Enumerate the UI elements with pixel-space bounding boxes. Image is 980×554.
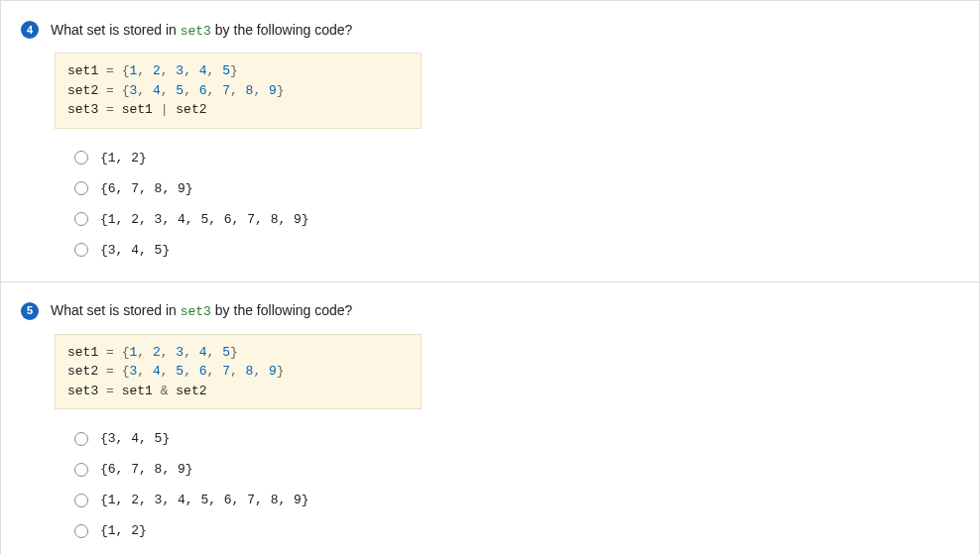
- code-token: set1: [67, 345, 98, 360]
- radio-icon[interactable]: [74, 494, 88, 507]
- answer-option[interactable]: {1, 2}: [74, 523, 959, 538]
- code-token: set2: [67, 364, 98, 379]
- code-token: ,: [137, 83, 153, 98]
- question-prompt: What set is stored in set3 by the follow…: [51, 302, 352, 319]
- question-block: 5 What set is stored in set3 by the foll…: [1, 281, 979, 555]
- code-token: }: [277, 83, 285, 98]
- code-token: 2: [153, 63, 161, 78]
- code-token: set1: [122, 102, 153, 117]
- code-token: }: [230, 345, 238, 360]
- code-token: =: [106, 364, 114, 379]
- question-prompt: What set is stored in set3 by the follow…: [51, 22, 352, 39]
- code-token: =: [106, 345, 114, 360]
- radio-icon[interactable]: [74, 181, 88, 195]
- code-token: set3: [67, 384, 98, 398]
- code-token: ,: [207, 63, 223, 78]
- option-label: {1, 2, 3, 4, 5, 6, 7, 8, 9}: [100, 212, 309, 227]
- answer-option[interactable]: {6, 7, 8, 9}: [74, 462, 959, 477]
- code-token: set3: [67, 102, 98, 117]
- radio-icon[interactable]: [74, 243, 88, 257]
- code-token: set2: [67, 83, 98, 98]
- code-token: 5: [176, 83, 184, 98]
- code-token: ,: [137, 345, 153, 360]
- code-token: ,: [230, 364, 246, 379]
- code-token: 4: [199, 345, 207, 360]
- answer-option[interactable]: {6, 7, 8, 9}: [74, 181, 959, 196]
- options-list: {1, 2} {6, 7, 8, 9} {1, 2, 3, 4, 5, 6, 7…: [74, 151, 959, 258]
- code-token: 7: [222, 83, 230, 98]
- answer-option[interactable]: {1, 2}: [74, 151, 959, 166]
- code-token: 7: [222, 364, 230, 379]
- radio-icon[interactable]: [74, 151, 88, 165]
- code-token: 6: [199, 364, 207, 379]
- option-label: {6, 7, 8, 9}: [100, 181, 193, 196]
- code-snippet: set1 = {1, 2, 3, 4, 5} set2 = {3, 4, 5, …: [55, 334, 422, 410]
- options-list: {3, 4, 5} {6, 7, 8, 9} {1, 2, 3, 4, 5, 6…: [74, 431, 959, 538]
- code-token: 5: [222, 63, 230, 78]
- radio-icon[interactable]: [74, 463, 88, 477]
- option-label: {1, 2, 3, 4, 5, 6, 7, 8, 9}: [100, 493, 309, 507]
- answer-option[interactable]: {3, 4, 5}: [74, 431, 959, 446]
- question-header: 5 What set is stored in set3 by the foll…: [21, 302, 959, 320]
- code-token: ,: [253, 364, 269, 379]
- question-number-badge: 5: [21, 302, 39, 320]
- radio-icon[interactable]: [74, 524, 88, 538]
- code-token: ,: [184, 83, 199, 98]
- code-token: 5: [176, 364, 184, 379]
- option-label: {3, 4, 5}: [100, 431, 170, 446]
- question-number-badge: 4: [21, 21, 39, 39]
- code-token: ,: [137, 364, 153, 379]
- code-token: |: [161, 102, 169, 117]
- code-token: =: [106, 83, 114, 98]
- quiz-container: 4 What set is stored in set3 by the foll…: [0, 0, 980, 554]
- code-token: set2: [176, 384, 206, 398]
- option-label: {1, 2}: [100, 523, 147, 538]
- code-token: ,: [137, 63, 153, 78]
- answer-option[interactable]: {1, 2, 3, 4, 5, 6, 7, 8, 9}: [74, 212, 959, 227]
- option-label: {1, 2}: [100, 151, 147, 166]
- code-token: 3: [176, 63, 184, 78]
- answer-option[interactable]: {3, 4, 5}: [74, 243, 959, 258]
- code-token: ,: [207, 364, 223, 379]
- question-header: 4 What set is stored in set3 by the foll…: [21, 21, 959, 39]
- prompt-text: by the following code?: [211, 22, 352, 38]
- prompt-text: What set is stored in: [51, 22, 181, 38]
- radio-icon[interactable]: [74, 432, 88, 446]
- radio-icon[interactable]: [74, 212, 88, 226]
- code-token: 4: [153, 364, 161, 379]
- code-token: 9: [269, 83, 277, 98]
- question-block: 4 What set is stored in set3 by the foll…: [1, 0, 979, 281]
- option-label: {6, 7, 8, 9}: [100, 462, 193, 477]
- code-token: ,: [184, 345, 199, 360]
- code-token: set1: [67, 63, 98, 78]
- code-token: ,: [230, 83, 246, 98]
- code-token: 4: [153, 83, 161, 98]
- code-token: ,: [184, 63, 199, 78]
- code-token: &: [161, 384, 169, 398]
- code-token: ,: [207, 345, 223, 360]
- code-token: 5: [222, 345, 230, 360]
- code-token: ,: [161, 345, 177, 360]
- code-token: =: [106, 63, 114, 78]
- code-token: ,: [161, 83, 177, 98]
- code-token: ,: [184, 364, 199, 379]
- code-snippet: set1 = {1, 2, 3, 4, 5} set2 = {3, 4, 5, …: [55, 53, 422, 129]
- answer-option[interactable]: {1, 2, 3, 4, 5, 6, 7, 8, 9}: [74, 493, 959, 507]
- code-token: set1: [122, 384, 153, 398]
- code-token: ,: [161, 63, 177, 78]
- prompt-text: What set is stored in: [51, 302, 181, 318]
- code-token: =: [106, 384, 114, 398]
- code-token: 4: [199, 63, 207, 78]
- code-token: =: [106, 102, 114, 117]
- prompt-code: set3: [181, 304, 211, 319]
- option-label: {3, 4, 5}: [100, 243, 170, 258]
- code-token: }: [277, 364, 285, 379]
- code-token: 6: [199, 83, 207, 98]
- code-token: }: [230, 63, 238, 78]
- code-token: 3: [176, 345, 184, 360]
- code-token: ,: [161, 364, 177, 379]
- code-token: 9: [269, 364, 277, 379]
- code-token: 2: [153, 345, 161, 360]
- code-token: set2: [176, 102, 206, 117]
- code-token: ,: [207, 83, 223, 98]
